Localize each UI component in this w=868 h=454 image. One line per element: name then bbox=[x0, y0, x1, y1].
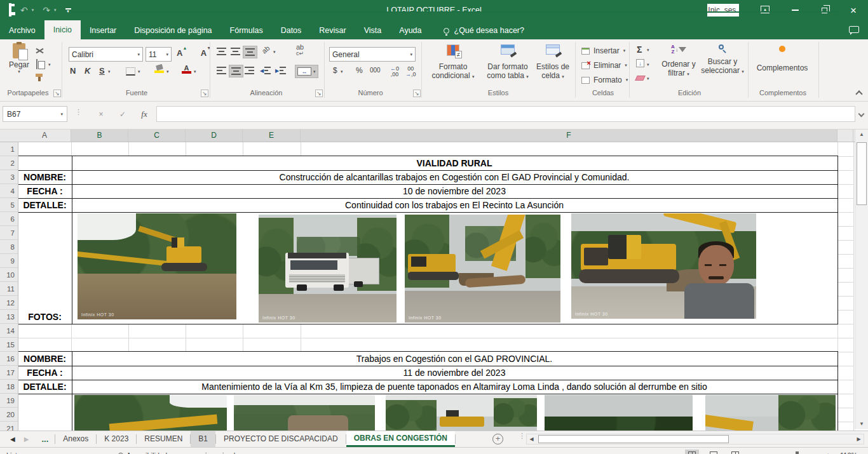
prev-sheet-icon[interactable]: ◀ bbox=[10, 436, 15, 443]
worksheet-grid[interactable]: VIALIDAD RURAL NOMBRE: Construcción de a… bbox=[0, 142, 868, 431]
format-painter-button[interactable] bbox=[36, 74, 43, 81]
tab-disposicion[interactable]: Disposición de página bbox=[125, 22, 220, 39]
column-header-E[interactable]: E bbox=[243, 130, 301, 142]
photo-excavator-arm[interactable] bbox=[705, 395, 836, 431]
currency-dropdown-icon[interactable]: ▾ bbox=[341, 69, 343, 74]
row-header-15[interactable]: 15 bbox=[0, 338, 18, 352]
vertical-scrollbar[interactable]: ▲ ▼ bbox=[855, 130, 868, 429]
sort-filter-button[interactable]: AZ↓ Ordenar yfiltrar ▾ bbox=[658, 44, 699, 77]
customize-qat-icon[interactable]: ▾ bbox=[65, 8, 71, 13]
undo-dropdown-icon[interactable]: ▾ bbox=[32, 8, 34, 13]
clipboard-dialog-launcher-icon[interactable]: ↘ bbox=[53, 90, 61, 97]
align-bottom-button[interactable] bbox=[243, 46, 257, 58]
italic-button[interactable]: K bbox=[85, 66, 90, 76]
zoom-out-icon[interactable]: − bbox=[760, 450, 764, 454]
row-header-19[interactable]: 19 bbox=[0, 394, 18, 408]
paste-button[interactable]: Pegar ▾ bbox=[5, 43, 33, 74]
cell-value-nombre-1[interactable]: Construcción de alcantarillas trabajos e… bbox=[71, 170, 837, 184]
cell-label-fotos[interactable]: FOTOS: bbox=[18, 310, 71, 324]
tab-formulas[interactable]: Fórmulas bbox=[221, 22, 272, 39]
copy-dropdown-icon[interactable]: ▾ bbox=[48, 62, 51, 67]
align-middle-button[interactable] bbox=[229, 46, 242, 57]
enter-icon[interactable]: ✓ bbox=[114, 106, 131, 122]
sheet-tab-anexos[interactable]: Anexos bbox=[55, 431, 96, 447]
font-color-dropdown-icon[interactable]: ▾ bbox=[194, 69, 196, 74]
photo-excavator-log[interactable]: Infinix HOT 30 bbox=[405, 215, 560, 323]
row-header-1[interactable]: 1 bbox=[0, 142, 18, 156]
close-button[interactable]: × bbox=[839, 0, 868, 20]
orientation-icon[interactable]: ab bbox=[261, 44, 271, 55]
tab-datos[interactable]: Datos bbox=[272, 22, 311, 39]
format-as-table-button[interactable]: Dar formatocomo tabla ▾ bbox=[480, 44, 535, 80]
fill-color-dropdown-icon[interactable]: ▾ bbox=[166, 69, 169, 74]
number-format-combo[interactable]: General▾ bbox=[329, 47, 416, 62]
increase-decimal-icon[interactable]: ←0,00 bbox=[390, 66, 399, 77]
bold-button[interactable]: N bbox=[70, 66, 76, 76]
borders-dropdown-icon[interactable]: ▾ bbox=[138, 69, 140, 74]
zoom-in-icon[interactable]: + bbox=[826, 450, 830, 454]
sheet-tab-obras-en-congesti-n[interactable]: OBRAS EN CONGESTIÓN bbox=[346, 431, 455, 447]
fill-dropdown-icon[interactable]: ▾ bbox=[647, 62, 649, 67]
column-header-A[interactable]: A bbox=[18, 130, 71, 142]
underline-button[interactable]: S bbox=[99, 66, 105, 76]
view-normal-icon[interactable] bbox=[685, 450, 699, 454]
photo-excavator-road[interactable] bbox=[386, 395, 537, 431]
status-accessibility[interactable]: Accesibilidad: es necesario revisarla bbox=[118, 450, 239, 454]
photo-excavator-operator-selfie[interactable]: Infinix HOT 30 bbox=[571, 213, 756, 319]
photo-excavator-trees[interactable] bbox=[74, 395, 227, 431]
tab-vista[interactable]: Vista bbox=[355, 22, 391, 39]
borders-icon[interactable] bbox=[126, 67, 135, 76]
row-header-18[interactable]: 18 bbox=[0, 380, 18, 394]
thousands-button[interactable]: 000 bbox=[370, 67, 381, 74]
addins-button[interactable]: Complementos bbox=[754, 46, 811, 72]
conditional-formatting-button[interactable]: ≠ Formatocondicional ▾ bbox=[427, 44, 479, 80]
restore-button[interactable] bbox=[810, 0, 839, 20]
column-header-D[interactable]: D bbox=[186, 130, 243, 142]
cell-title-vialidad[interactable]: VIALIDAD RURAL bbox=[71, 156, 837, 170]
row-header-13[interactable]: 13 bbox=[0, 310, 18, 324]
row-header-7[interactable]: 7 bbox=[0, 226, 18, 240]
row-header-11[interactable]: 11 bbox=[0, 282, 18, 296]
sheet-tab-resumen[interactable]: RESUMEN bbox=[137, 431, 190, 447]
align-center-button[interactable] bbox=[229, 65, 243, 77]
drag-handle-icon[interactable]: ⋮ bbox=[75, 108, 83, 116]
cell-label-nombre-1[interactable]: NOMBRE: bbox=[18, 170, 71, 184]
cell-value-detalle-1[interactable]: Continuidad con los trabajos en El Recin… bbox=[71, 198, 837, 212]
zoom-level[interactable]: 110% bbox=[840, 450, 857, 454]
sheet-tab-proyecto-de-discapacidad[interactable]: PROYECTO DE DISCAPACIDAD bbox=[216, 431, 346, 447]
comments-icon[interactable] bbox=[849, 26, 859, 33]
number-dialog-launcher-icon[interactable]: ↘ bbox=[413, 90, 421, 97]
redo-dropdown-icon[interactable]: ▾ bbox=[54, 8, 57, 13]
expand-formula-bar-icon[interactable] bbox=[858, 111, 865, 117]
tab-archivo[interactable]: Archivo bbox=[0, 22, 44, 39]
row-header-4[interactable]: 4 bbox=[0, 184, 18, 198]
currency-button[interactable]: $ bbox=[333, 66, 337, 75]
view-page-layout-icon[interactable] bbox=[707, 450, 721, 454]
redo-icon[interactable]: ↷ bbox=[43, 5, 50, 15]
clear-dropdown-icon[interactable]: ▾ bbox=[647, 76, 649, 81]
align-right-button[interactable] bbox=[243, 65, 256, 76]
column-header-C[interactable]: C bbox=[128, 130, 186, 142]
cell-label-fecha-2[interactable]: FECHA : bbox=[18, 366, 71, 380]
horizontal-scroll-thumb[interactable] bbox=[538, 435, 729, 443]
column-header-B[interactable]: B bbox=[71, 130, 128, 142]
horizontal-scrollbar[interactable]: ◀ ▶ bbox=[526, 434, 864, 444]
merge-center-button[interactable]: ↔▾ bbox=[295, 65, 318, 78]
orientation-dropdown-icon[interactable]: ▾ bbox=[273, 50, 276, 55]
underline-dropdown-icon[interactable]: ▾ bbox=[108, 69, 111, 74]
cell-value-nombre-2[interactable]: Trabajos en Cogestión con el GAD PROVINC… bbox=[71, 352, 837, 366]
cell-value-fecha-2[interactable]: 11 de noviembre del 2023 bbox=[71, 366, 837, 380]
row-header-2[interactable]: 2 bbox=[0, 156, 18, 170]
increase-font-icon[interactable]: A▲ bbox=[177, 48, 182, 58]
format-cells-button[interactable]: Formato▾ bbox=[580, 74, 630, 86]
sheet-tab-k-2023[interactable]: K 2023 bbox=[97, 431, 136, 447]
delete-cells-button[interactable]: Eliminar▾ bbox=[580, 59, 629, 72]
font-dialog-launcher-icon[interactable]: ↘ bbox=[201, 90, 208, 97]
more-sheets-ellipsis[interactable]: ... bbox=[35, 431, 55, 447]
clear-icon[interactable] bbox=[635, 76, 646, 81]
collapse-ribbon-icon[interactable] bbox=[855, 90, 862, 97]
font-color-icon[interactable]: A bbox=[182, 65, 191, 74]
autosum-dropdown-icon[interactable]: ▾ bbox=[647, 48, 649, 53]
copy-button[interactable] bbox=[36, 60, 37, 69]
font-size-combo[interactable]: 11▾ bbox=[146, 47, 172, 62]
